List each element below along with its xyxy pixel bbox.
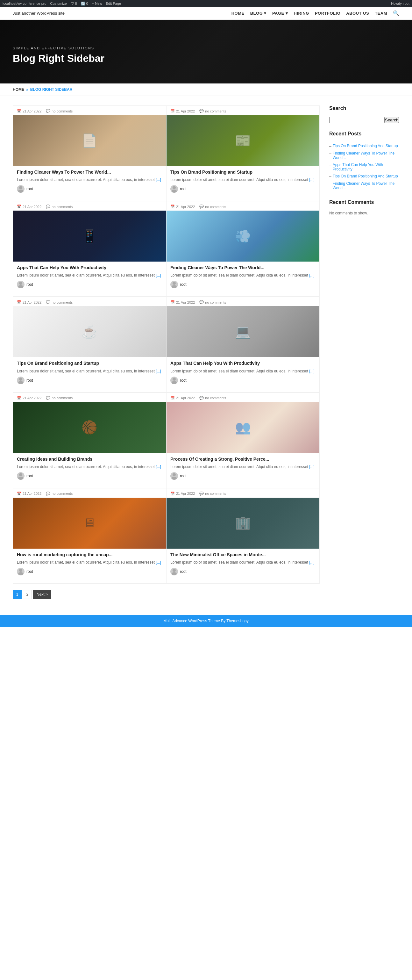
blog-post: 📅 21 Apr 2022 💬 no comments 🖥 How is rur… (13, 488, 166, 584)
svg-point-10 (173, 377, 176, 381)
read-more-link[interactable]: [...] (309, 560, 315, 565)
post-meta: 📅 21 Apr 2022 💬 no comments (13, 106, 166, 115)
header-search-icon[interactable]: 🔍 (393, 10, 399, 16)
post-title[interactable]: Apps That Can Help You With Productivity (17, 265, 162, 270)
nav-page[interactable]: PAGE ▾ (272, 11, 288, 16)
post-author: root (170, 472, 315, 480)
post-title[interactable]: Apps That Can Help You With Productivity (170, 360, 315, 366)
svg-point-0 (19, 186, 22, 189)
author-avatar (17, 281, 25, 288)
comment-icon: 💬 (46, 396, 50, 400)
nav-home[interactable]: HOME (231, 11, 244, 16)
post-date: 📅 21 Apr 2022 (170, 300, 195, 304)
breadcrumb-current: BLOG RIGHT SIDEBAR (30, 87, 73, 92)
post-meta: 📅 21 Apr 2022 💬 no comments (13, 297, 166, 306)
post-title[interactable]: Creating Ideas and Building Brands (17, 456, 162, 462)
post-author: root (170, 281, 315, 288)
read-more-link[interactable]: [...] (156, 369, 161, 373)
admin-bar-updates[interactable]: 🔄 0 (81, 2, 88, 6)
nav-hiring[interactable]: HIRING (293, 11, 309, 16)
admin-bar-new[interactable]: + New (92, 2, 102, 5)
recent-comments-title: Recent Comments (329, 199, 399, 207)
read-more-link[interactable]: [...] (309, 465, 315, 469)
post-excerpt: Lorem ipsum dolor sit amet, sea ei diam … (170, 177, 315, 183)
svg-point-7 (172, 285, 177, 288)
main-nav: HOME BLOG ▾ PAGE ▾ HIRING PORTFOLIO ABOU… (231, 10, 399, 16)
search-button[interactable]: Search (384, 117, 399, 123)
author-name: root (180, 187, 187, 191)
pagination-page-2[interactable]: 2 (23, 590, 32, 599)
svg-point-5 (18, 285, 23, 288)
admin-bar-comments[interactable]: 🗨 8 (71, 2, 77, 5)
read-more-link[interactable]: [...] (309, 369, 315, 373)
read-more-link[interactable]: [...] (309, 273, 315, 277)
post-title[interactable]: The New Minimalist Office Spaces in Mont… (170, 552, 315, 558)
admin-bar-customize[interactable]: Customize (50, 2, 67, 5)
admin-bar-edit-page[interactable]: Edit Page (106, 2, 121, 5)
read-more-link[interactable]: [...] (156, 465, 161, 469)
post-image: 👥 (166, 402, 319, 453)
nav-portfolio[interactable]: PORTFOLIO (315, 11, 341, 16)
calendar-icon: 📅 (17, 492, 21, 496)
sidebar: Search Search Recent Posts Tips On Brand… (329, 105, 399, 605)
hero-subtitle: SIMPLE AND EFFECTIVE SOLUTIONS (13, 46, 399, 50)
post-date: 📅 21 Apr 2022 (170, 396, 195, 400)
admin-bar: localhost/vw-conference-pro Customize 🗨 … (0, 0, 412, 7)
comment-icon: 💬 (199, 205, 204, 209)
post-title[interactable]: Tips On Brand Positioning and Startup (17, 360, 162, 366)
recent-post-link-3[interactable]: Tips On Brand Positioning And Startup (333, 174, 398, 178)
search-input[interactable] (329, 117, 384, 123)
nav-blog[interactable]: BLOG ▾ (250, 11, 266, 16)
blog-post: 📅 21 Apr 2022 💬 no comments 👥 Process Of… (166, 393, 320, 488)
nav-team[interactable]: TEAM (375, 11, 387, 16)
read-more-link[interactable]: [...] (156, 273, 161, 277)
recent-posts-list: Tips On Brand Positioning And StartupFin… (329, 142, 399, 191)
post-author: root (170, 568, 315, 575)
recent-post-link-4[interactable]: Finding Cleaner Ways To Power The World.… (333, 181, 399, 190)
calendar-icon: 📅 (17, 396, 21, 400)
recent-post-link-0[interactable]: Tips On Brand Positioning And Startup (333, 144, 398, 148)
post-title[interactable]: How is rural marketing capturing the unc… (17, 552, 162, 558)
svg-point-9 (18, 381, 23, 384)
calendar-icon: 📅 (17, 109, 21, 113)
breadcrumb-home[interactable]: HOME (13, 87, 24, 92)
pagination-page-1[interactable]: 1 (13, 590, 22, 599)
post-excerpt: Lorem ipsum dolor sit amet, sea ei diam … (170, 368, 315, 374)
calendar-icon: 📅 (17, 205, 21, 209)
blog-post: 📅 21 Apr 2022 💬 no comments 💨 Finding Cl… (166, 201, 320, 297)
post-date: 📅 21 Apr 2022 (17, 205, 41, 209)
post-comments: 💬 no comments (199, 492, 226, 496)
hero-section: SIMPLE AND EFFECTIVE SOLUTIONS Blog Righ… (0, 20, 412, 83)
post-body: Finding Cleaner Ways To Power The World.… (166, 262, 319, 291)
recent-post-link-1[interactable]: Finding Cleaner Ways To Power The World.… (333, 151, 399, 160)
pagination-next[interactable]: Next > (33, 590, 51, 599)
blog-post: 📅 21 Apr 2022 💬 no comments ☕ Tips On Br… (13, 297, 166, 392)
post-title[interactable]: Process Of Creating a Strong, Positive P… (170, 456, 315, 462)
post-author: root (17, 472, 162, 480)
recent-post-link-2[interactable]: Apps That Can Help You With Productivity (333, 162, 399, 172)
post-title[interactable]: Tips On Brand Positioning and Startup (170, 169, 315, 175)
post-excerpt: Lorem ipsum dolor sit amet, sea ei diam … (170, 272, 315, 278)
site-footer: Multi Advance WordPress Theme By Themesh… (0, 615, 412, 627)
post-body: Process Of Creating a Strong, Positive P… (166, 453, 319, 483)
admin-bar-site-url[interactable]: localhost/vw-conference-pro (3, 2, 46, 5)
comment-icon: 💬 (46, 300, 50, 304)
post-image: 🖥 (13, 498, 166, 549)
nav-about-us[interactable]: ABOUT US (346, 11, 369, 16)
svg-point-4 (19, 282, 22, 285)
read-more-link[interactable]: [...] (156, 560, 161, 565)
blog-post: 📅 21 Apr 2022 💬 no comments 📄 Finding Cl… (13, 105, 166, 201)
post-image: 📱 (13, 211, 166, 262)
post-author: root (17, 185, 162, 193)
read-more-link[interactable]: [...] (156, 177, 161, 182)
post-title[interactable]: Finding Cleaner Ways To Power The World.… (170, 265, 315, 270)
comment-icon: 💬 (46, 205, 50, 209)
author-name: root (180, 282, 187, 287)
calendar-icon: 📅 (170, 300, 175, 304)
recent-post-item: Finding Cleaner Ways To Power The World.… (329, 180, 399, 191)
breadcrumb: HOME » BLOG RIGHT SIDEBAR (0, 83, 412, 96)
read-more-link[interactable]: [...] (309, 177, 315, 182)
post-title[interactable]: Finding Cleaner Ways To Power The World.… (17, 169, 162, 175)
post-image: 🏀 (13, 402, 166, 453)
svg-point-2 (173, 186, 176, 189)
